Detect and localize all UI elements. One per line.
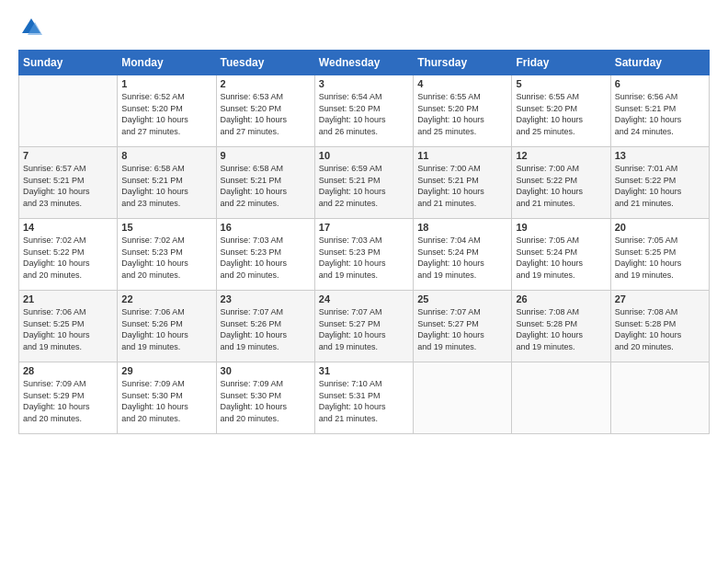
day-number: 6 bbox=[615, 78, 705, 89]
day-info: Sunrise: 7:06 AM Sunset: 5:26 PM Dayligh… bbox=[121, 306, 211, 352]
day-info: Sunrise: 7:02 AM Sunset: 5:23 PM Dayligh… bbox=[121, 235, 211, 281]
calendar-cell: 31Sunrise: 7:10 AM Sunset: 5:31 PM Dayli… bbox=[314, 362, 413, 434]
day-info: Sunrise: 7:08 AM Sunset: 5:28 PM Dayligh… bbox=[516, 306, 606, 352]
calendar-cell: 3Sunrise: 6:54 AM Sunset: 5:20 PM Daylig… bbox=[314, 75, 413, 147]
header-saturday: Saturday bbox=[610, 51, 709, 75]
day-info: Sunrise: 6:58 AM Sunset: 5:21 PM Dayligh… bbox=[221, 163, 311, 209]
day-number: 22 bbox=[121, 293, 211, 304]
day-number: 17 bbox=[319, 222, 409, 233]
day-info: Sunrise: 7:09 AM Sunset: 5:30 PM Dayligh… bbox=[221, 378, 311, 424]
day-number: 27 bbox=[615, 293, 705, 304]
calendar-cell: 20Sunrise: 7:05 AM Sunset: 5:25 PM Dayli… bbox=[610, 219, 709, 291]
calendar-cell: 10Sunrise: 6:59 AM Sunset: 5:21 PM Dayli… bbox=[314, 147, 413, 219]
day-info: Sunrise: 7:07 AM Sunset: 5:26 PM Dayligh… bbox=[221, 306, 311, 352]
day-info: Sunrise: 7:04 AM Sunset: 5:24 PM Dayligh… bbox=[417, 235, 507, 281]
day-number: 20 bbox=[615, 222, 705, 233]
calendar-cell bbox=[19, 75, 118, 147]
calendar-cell: 4Sunrise: 6:55 AM Sunset: 5:20 PM Daylig… bbox=[414, 75, 512, 147]
calendar-cell: 14Sunrise: 7:02 AM Sunset: 5:22 PM Dayli… bbox=[19, 219, 118, 291]
day-number: 26 bbox=[516, 293, 606, 304]
day-number: 4 bbox=[417, 78, 507, 89]
day-number: 23 bbox=[221, 293, 311, 304]
calendar-cell: 5Sunrise: 6:55 AM Sunset: 5:20 PM Daylig… bbox=[512, 75, 610, 147]
calendar-cell: 7Sunrise: 6:57 AM Sunset: 5:21 PM Daylig… bbox=[19, 147, 118, 219]
day-info: Sunrise: 7:09 AM Sunset: 5:29 PM Dayligh… bbox=[23, 378, 113, 424]
day-info: Sunrise: 6:55 AM Sunset: 5:20 PM Dayligh… bbox=[417, 91, 507, 137]
calendar-cell: 23Sunrise: 7:07 AM Sunset: 5:26 PM Dayli… bbox=[216, 291, 314, 362]
calendar-cell: 1Sunrise: 6:52 AM Sunset: 5:20 PM Daylig… bbox=[118, 75, 216, 147]
day-info: Sunrise: 7:09 AM Sunset: 5:30 PM Dayligh… bbox=[121, 378, 211, 424]
day-number: 15 bbox=[121, 222, 211, 233]
header bbox=[18, 15, 710, 40]
page: SundayMondayTuesdayWednesdayThursdayFrid… bbox=[0, 0, 728, 563]
calendar-cell: 15Sunrise: 7:02 AM Sunset: 5:23 PM Dayli… bbox=[118, 219, 216, 291]
day-info: Sunrise: 7:05 AM Sunset: 5:25 PM Dayligh… bbox=[615, 235, 705, 281]
calendar-cell bbox=[512, 362, 610, 434]
calendar-week-2: 7Sunrise: 6:57 AM Sunset: 5:21 PM Daylig… bbox=[19, 147, 710, 219]
day-info: Sunrise: 7:03 AM Sunset: 5:23 PM Dayligh… bbox=[319, 235, 409, 281]
calendar-cell: 2Sunrise: 6:53 AM Sunset: 5:20 PM Daylig… bbox=[216, 75, 314, 147]
day-number: 14 bbox=[23, 222, 113, 233]
logo-icon bbox=[18, 15, 44, 40]
calendar-cell: 25Sunrise: 7:07 AM Sunset: 5:27 PM Dayli… bbox=[414, 291, 512, 362]
day-number: 2 bbox=[221, 78, 311, 89]
calendar-cell: 9Sunrise: 6:58 AM Sunset: 5:21 PM Daylig… bbox=[216, 147, 314, 219]
day-info: Sunrise: 7:08 AM Sunset: 5:28 PM Dayligh… bbox=[615, 306, 705, 352]
day-info: Sunrise: 7:06 AM Sunset: 5:25 PM Dayligh… bbox=[23, 306, 113, 352]
day-number: 13 bbox=[615, 150, 705, 161]
calendar-cell: 28Sunrise: 7:09 AM Sunset: 5:29 PM Dayli… bbox=[19, 362, 118, 434]
day-number: 25 bbox=[417, 293, 507, 304]
day-number: 3 bbox=[319, 78, 409, 89]
day-info: Sunrise: 6:59 AM Sunset: 5:21 PM Dayligh… bbox=[319, 163, 409, 209]
day-info: Sunrise: 7:07 AM Sunset: 5:27 PM Dayligh… bbox=[417, 306, 507, 352]
calendar-cell: 16Sunrise: 7:03 AM Sunset: 5:23 PM Dayli… bbox=[216, 219, 314, 291]
day-number: 29 bbox=[121, 365, 211, 376]
day-number: 21 bbox=[23, 293, 113, 304]
calendar-week-5: 28Sunrise: 7:09 AM Sunset: 5:29 PM Dayli… bbox=[19, 362, 710, 434]
header-thursday: Thursday bbox=[414, 51, 512, 75]
day-info: Sunrise: 6:52 AM Sunset: 5:20 PM Dayligh… bbox=[121, 91, 211, 137]
calendar-cell: 18Sunrise: 7:04 AM Sunset: 5:24 PM Dayli… bbox=[414, 219, 512, 291]
day-info: Sunrise: 7:02 AM Sunset: 5:22 PM Dayligh… bbox=[23, 235, 113, 281]
day-info: Sunrise: 7:01 AM Sunset: 5:22 PM Dayligh… bbox=[615, 163, 705, 209]
day-info: Sunrise: 6:58 AM Sunset: 5:21 PM Dayligh… bbox=[121, 163, 211, 209]
calendar-week-4: 21Sunrise: 7:06 AM Sunset: 5:25 PM Dayli… bbox=[19, 291, 710, 362]
day-number: 8 bbox=[121, 150, 211, 161]
header-tuesday: Tuesday bbox=[216, 51, 314, 75]
header-monday: Monday bbox=[118, 51, 216, 75]
day-number: 11 bbox=[417, 150, 507, 161]
calendar-cell: 6Sunrise: 6:56 AM Sunset: 5:21 PM Daylig… bbox=[610, 75, 709, 147]
calendar-cell bbox=[414, 362, 512, 434]
day-info: Sunrise: 7:03 AM Sunset: 5:23 PM Dayligh… bbox=[221, 235, 311, 281]
day-info: Sunrise: 7:05 AM Sunset: 5:24 PM Dayligh… bbox=[516, 235, 606, 281]
day-info: Sunrise: 7:10 AM Sunset: 5:31 PM Dayligh… bbox=[319, 378, 409, 424]
calendar-cell: 30Sunrise: 7:09 AM Sunset: 5:30 PM Dayli… bbox=[216, 362, 314, 434]
calendar-cell: 26Sunrise: 7:08 AM Sunset: 5:28 PM Dayli… bbox=[512, 291, 610, 362]
calendar-cell: 19Sunrise: 7:05 AM Sunset: 5:24 PM Dayli… bbox=[512, 219, 610, 291]
day-info: Sunrise: 6:54 AM Sunset: 5:20 PM Dayligh… bbox=[319, 91, 409, 137]
calendar-cell: 27Sunrise: 7:08 AM Sunset: 5:28 PM Dayli… bbox=[610, 291, 709, 362]
calendar-cell: 21Sunrise: 7:06 AM Sunset: 5:25 PM Dayli… bbox=[19, 291, 118, 362]
calendar-cell: 22Sunrise: 7:06 AM Sunset: 5:26 PM Dayli… bbox=[118, 291, 216, 362]
calendar-cell: 24Sunrise: 7:07 AM Sunset: 5:27 PM Dayli… bbox=[314, 291, 413, 362]
day-info: Sunrise: 7:00 AM Sunset: 5:21 PM Dayligh… bbox=[417, 163, 507, 209]
day-info: Sunrise: 7:07 AM Sunset: 5:27 PM Dayligh… bbox=[319, 306, 409, 352]
day-number: 5 bbox=[516, 78, 606, 89]
day-number: 9 bbox=[221, 150, 311, 161]
day-number: 31 bbox=[319, 365, 409, 376]
day-info: Sunrise: 7:00 AM Sunset: 5:22 PM Dayligh… bbox=[516, 163, 606, 209]
calendar-week-1: 1Sunrise: 6:52 AM Sunset: 5:20 PM Daylig… bbox=[19, 75, 710, 147]
calendar-cell: 8Sunrise: 6:58 AM Sunset: 5:21 PM Daylig… bbox=[118, 147, 216, 219]
day-info: Sunrise: 6:57 AM Sunset: 5:21 PM Dayligh… bbox=[23, 163, 113, 209]
day-number: 18 bbox=[417, 222, 507, 233]
day-number: 30 bbox=[221, 365, 311, 376]
day-number: 10 bbox=[319, 150, 409, 161]
day-number: 28 bbox=[23, 365, 113, 376]
day-number: 24 bbox=[319, 293, 409, 304]
logo bbox=[18, 15, 48, 40]
header-friday: Friday bbox=[512, 51, 610, 75]
day-info: Sunrise: 6:55 AM Sunset: 5:20 PM Dayligh… bbox=[516, 91, 606, 137]
day-number: 16 bbox=[221, 222, 311, 233]
calendar-cell: 13Sunrise: 7:01 AM Sunset: 5:22 PM Dayli… bbox=[610, 147, 709, 219]
calendar-cell: 29Sunrise: 7:09 AM Sunset: 5:30 PM Dayli… bbox=[118, 362, 216, 434]
